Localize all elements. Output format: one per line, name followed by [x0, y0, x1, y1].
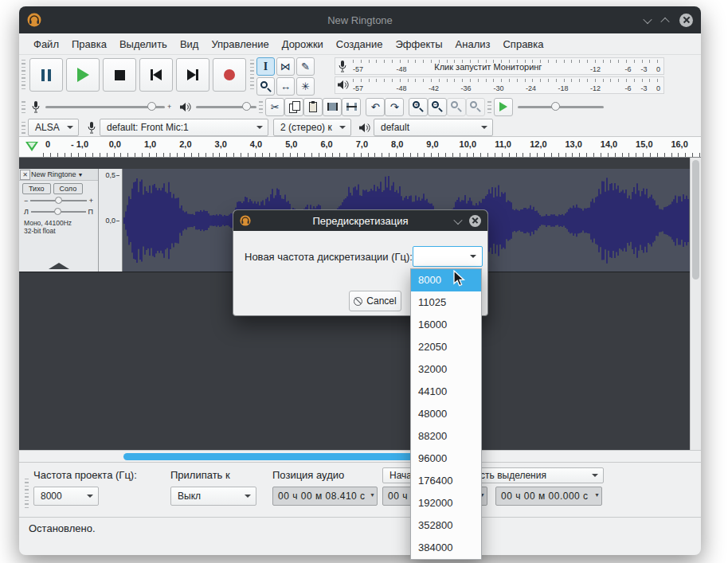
skip-to-start-button[interactable]	[139, 58, 173, 92]
recording-device-combo[interactable]: default: Front Mic:1	[100, 119, 268, 136]
menu-item[interactable]: Управление	[205, 36, 275, 53]
dialog-close-icon[interactable]	[469, 215, 481, 227]
silence-audio-button[interactable]	[342, 98, 361, 116]
menu-item[interactable]: Анализ	[449, 36, 497, 53]
menu-item[interactable]: Вид	[174, 36, 205, 53]
draw-tool-button[interactable]: ✎	[296, 57, 315, 76]
solo-button[interactable]: Соло	[53, 183, 84, 194]
meter-scale-label: -42	[429, 84, 439, 92]
recording-volume-slider[interactable]	[45, 101, 165, 112]
dropdown-option[interactable]: 44100	[411, 381, 481, 403]
timeshift-tool-button[interactable]: ↔	[276, 77, 295, 96]
undo-button[interactable]: ↶	[366, 98, 385, 116]
audio-host-combo[interactable]: ALSA	[28, 119, 79, 136]
selection-duration-field[interactable]: 00 ч 00 м 00.000 с	[495, 487, 602, 506]
snap-to-value: Выкл	[178, 491, 201, 502]
dropdown-option[interactable]: 48000	[411, 403, 481, 425]
close-track-button[interactable]: ✕	[20, 170, 30, 180]
playback-device-combo[interactable]: default	[374, 119, 493, 136]
toolbar-grip[interactable]	[22, 60, 25, 90]
record-button[interactable]	[213, 58, 246, 92]
stop-button[interactable]	[103, 58, 136, 92]
multi-tool-button[interactable]: ✳	[296, 77, 315, 96]
menu-item[interactable]: Выделить	[113, 36, 174, 53]
toolbar-grip[interactable]	[487, 101, 491, 115]
playback-volume-slider[interactable]	[196, 101, 256, 112]
dialog-more-icon[interactable]	[455, 213, 461, 228]
dropdown-option[interactable]: 32000	[411, 358, 481, 381]
dropdown-option[interactable]: 22050	[411, 336, 481, 358]
track-control-panel: ✕ New Ringtone▼ Тихо Соло − + Л	[19, 169, 99, 272]
close-window-icon[interactable]	[679, 14, 693, 27]
dropdown-option[interactable]: 192000	[411, 492, 481, 514]
horizontal-scrollbar-thumb[interactable]	[123, 453, 438, 460]
menu-item[interactable]: Правка	[65, 36, 113, 53]
pause-button[interactable]	[29, 58, 63, 92]
toolbar-grip[interactable]	[25, 479, 29, 509]
project-rate-label: Частота проекта (Гц):	[33, 469, 137, 481]
timeline-ruler[interactable]: 0- 1,00,01,02,03,04,05,06,07,08,09,010,0…	[19, 137, 701, 158]
redo-button[interactable]: ↷	[385, 98, 404, 116]
paste-button[interactable]	[303, 98, 323, 116]
recording-channels-value: 2 (стерео) к	[280, 122, 332, 133]
menu-item[interactable]: Файл	[27, 36, 65, 53]
dropdown-option[interactable]: 8000	[411, 269, 481, 291]
gain-slider[interactable]	[30, 196, 86, 205]
dialog-titlebar[interactable]: Передискретизация	[233, 210, 487, 231]
vertical-ruler[interactable]: 0,50,0	[99, 169, 123, 272]
toolbar-grip[interactable]	[22, 122, 25, 136]
toolbar-grip[interactable]	[22, 101, 25, 115]
fit-selection-button[interactable]	[447, 98, 466, 116]
collapse-track-button[interactable]	[49, 263, 69, 269]
envelope-tool-button[interactable]: ⋈	[276, 57, 295, 76]
project-rate-combo[interactable]: 8000	[33, 487, 99, 506]
pan-slider[interactable]	[31, 207, 86, 217]
vertical-scrollbar-thumb[interactable]	[692, 160, 699, 280]
timeline-pin-icon[interactable]	[25, 142, 38, 151]
play-button[interactable]	[66, 58, 100, 92]
recording-channels-combo[interactable]: 2 (стерео) к	[273, 119, 351, 136]
play-at-speed-button[interactable]	[494, 98, 513, 116]
shade-window-icon[interactable]	[644, 13, 651, 27]
menu-item[interactable]: Создание	[330, 36, 389, 53]
recording-meter[interactable]: -57-48Клик запустит Мониторинг-12-6-30	[335, 57, 664, 75]
titlebar[interactable]: New Ringtone	[19, 6, 701, 33]
skip-start-icon	[151, 69, 162, 80]
trim-audio-button[interactable]	[323, 98, 342, 116]
cancel-button[interactable]: Cancel	[349, 291, 401, 311]
toolbar-grip[interactable]	[259, 101, 263, 115]
selection-tool-button[interactable]: I	[256, 57, 275, 76]
horizontal-scrollbar[interactable]	[19, 450, 701, 462]
dropdown-option[interactable]: 88200	[411, 425, 481, 448]
maximize-window-icon[interactable]	[662, 13, 668, 27]
menu-item[interactable]: Дорожки	[276, 36, 330, 53]
zoom-tool-button[interactable]	[256, 77, 275, 96]
play-speed-slider[interactable]	[518, 101, 604, 112]
skip-to-end-button[interactable]	[176, 58, 209, 92]
zoom-in-button[interactable]: +	[409, 98, 428, 116]
vertical-scrollbar[interactable]	[690, 158, 701, 450]
audio-position-field[interactable]: 00 ч 00 м 08.410 с	[272, 487, 378, 506]
meter-scale-label: -12	[590, 65, 601, 73]
toolbar-grip[interactable]	[250, 60, 254, 90]
dropdown-option[interactable]: 176400	[411, 470, 481, 492]
menu-item[interactable]: Справка	[496, 36, 550, 53]
copy-button[interactable]	[284, 98, 303, 116]
snap-to-combo[interactable]: Выкл	[170, 487, 256, 506]
dropdown-option[interactable]: 352800	[411, 514, 481, 537]
dropdown-option[interactable]: 384000	[411, 537, 481, 559]
zoom-out-button[interactable]: −	[428, 98, 447, 116]
dropdown-option[interactable]: 16000	[411, 314, 481, 336]
cut-button[interactable]: ✂	[265, 98, 284, 116]
play-speed-icon	[499, 102, 507, 111]
mute-button[interactable]: Тихо	[22, 183, 51, 194]
track-name-menu[interactable]: New Ringtone▼	[31, 170, 98, 178]
dropdown-option[interactable]: 11025	[411, 291, 481, 314]
fit-project-button[interactable]	[466, 98, 485, 116]
ruler-label: 0	[45, 139, 50, 149]
playback-meter[interactable]: -57-48-42-36-30-24-18-12-6-30	[335, 76, 664, 94]
menu-item[interactable]: Эффекты	[389, 36, 448, 53]
pause-icon	[41, 69, 51, 81]
new-rate-combo[interactable]	[413, 246, 483, 267]
dropdown-option[interactable]: 96000	[411, 448, 481, 470]
